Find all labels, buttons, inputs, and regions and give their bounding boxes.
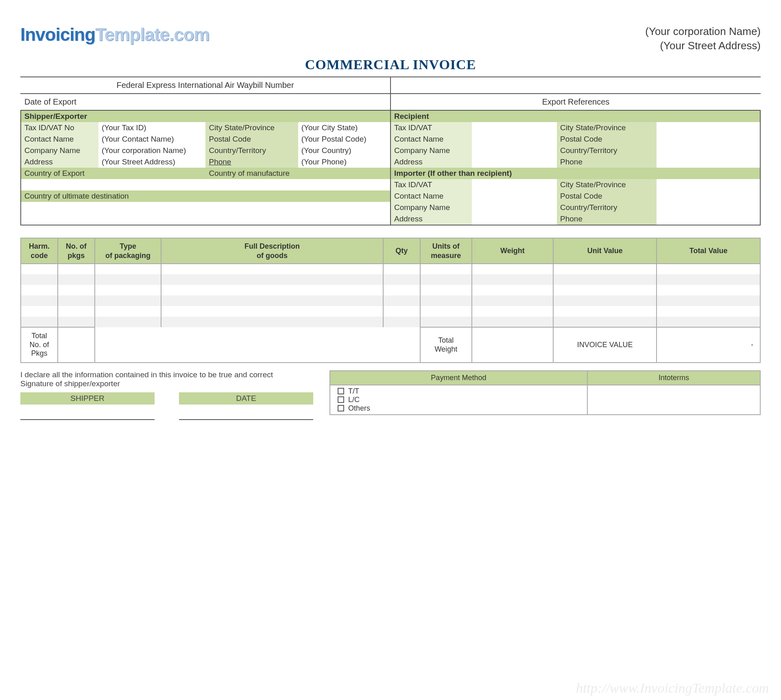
shipper-company-value[interactable]: (Your corporation Name) [98,145,206,156]
th-qty: Qty [383,238,420,264]
country-manufacture-value[interactable] [205,179,390,190]
meta-table: Federal Express International Air Waybil… [20,77,761,111]
country-export-value[interactable] [21,179,205,190]
table-row[interactable] [21,306,760,317]
logo-part2: Template.com [95,24,209,44]
export-ref-label: Export References [390,94,761,110]
foot-total-pkgs-value[interactable] [58,327,95,363]
signature-text: Signature of shipper/exporter [20,379,313,388]
shipper-address-value[interactable]: (Your Street Address) [98,156,206,168]
incoterms-header: Intoterms [587,371,760,385]
recipient-company-value[interactable] [472,145,557,156]
importer-company-value[interactable] [472,202,557,213]
pay-opt-others[interactable]: Others [338,404,580,413]
shipper-company-label: Company Name [21,145,98,156]
checkbox-icon[interactable] [338,405,344,411]
recipient-country-value[interactable] [657,145,760,156]
foot-invoice-value-label: INVOICE VALUE [553,327,657,363]
recipient-heading: Recipient [390,110,760,122]
recipient-city-value[interactable] [657,122,760,133]
recipient-phone-value[interactable] [657,156,760,168]
shipper-contact-label: Contact Name [21,133,98,145]
recipient-address-value[interactable] [472,156,557,168]
th-total-value: Total Value [657,238,760,264]
shipper-city-value[interactable]: (Your City State) [298,122,390,133]
declaration-block: I declare all the information contained … [20,370,313,420]
importer-heading: Importer (If other than recipient) [390,168,760,179]
declaration-text: I declare all the information contained … [20,370,313,379]
foot-total-weight-value[interactable] [472,327,553,363]
date-sig-line[interactable] [179,405,313,420]
recipient-company-label: Company Name [390,145,472,156]
table-row[interactable] [21,274,760,285]
importer-address-label: Address [390,213,472,225]
foot-total-weight-label: TotalWeight [420,327,472,363]
recipient-tax-value[interactable] [472,122,557,133]
importer-company-label: Company Name [390,202,472,213]
importer-tax-label: Tax ID/VAT [390,179,472,190]
shipper-contact-value[interactable]: (Your Contact Name) [98,133,206,145]
importer-tax-value[interactable] [472,179,557,190]
pay-opt-tt[interactable]: T/T [338,387,580,396]
importer-phone-value[interactable] [657,213,760,225]
date-sig-label: DATE [179,392,313,405]
importer-postal-value[interactable] [657,190,760,202]
importer-address-value[interactable] [472,213,557,225]
shipper-address-label: Address [21,156,98,168]
logo: InvoicingTemplate.com [20,24,209,45]
table-row[interactable] [21,295,760,306]
shipper-sig-line[interactable] [20,405,155,420]
recipient-phone-label: Phone [557,156,657,168]
pay-opt-lc[interactable]: L/C [338,396,580,404]
incoterms-value[interactable] [587,385,760,415]
corporation-block: (Your corporation Name) (Your Street Add… [645,24,761,53]
recipient-tax-label: Tax ID/VAT [390,122,472,133]
th-uom: Units ofmeasure [420,238,472,264]
page-title: COMMERCIAL INVOICE [20,57,761,72]
shipper-tax-value[interactable]: (Your Tax ID) [98,122,206,133]
country-ultimate-value[interactable] [21,202,390,225]
recipient-postal-value[interactable] [657,133,760,145]
payment-table: Payment Method Intoterms T/T L/C Others [329,370,761,415]
importer-country-value[interactable] [657,202,760,213]
importer-city-value[interactable] [657,179,760,190]
shipper-phone-label: Phone [205,156,298,168]
recipient-contact-label: Contact Name [390,133,472,145]
shipper-sig-label: SHIPPER [20,392,155,405]
country-manufacture-label: Country of manufacture [205,168,390,179]
importer-contact-value[interactable] [472,190,557,202]
shipper-postal-value[interactable]: (Your Postal Code) [298,133,390,145]
recipient-city-label: City State/Province [557,122,657,133]
recipient-postal-label: Postal Code [557,133,657,145]
table-row[interactable] [21,285,760,295]
checkbox-icon[interactable] [338,396,344,403]
shipper-country-label: Country/Territory [205,145,298,156]
foot-total-pkgs-label: TotalNo. ofPkgs [21,327,58,363]
foot-invoice-value: - [657,327,760,363]
importer-postal-label: Postal Code [557,190,657,202]
corporation-name: (Your corporation Name) [645,24,761,39]
shipper-phone-value[interactable]: (Your Phone) [298,156,390,168]
party-table: Shipper/Exporter Recipient Tax ID/VAT No… [20,110,761,225]
table-row[interactable] [21,317,760,327]
waybill-value[interactable] [390,77,761,94]
th-type: Typeof packaging [95,238,161,264]
shipper-heading: Shipper/Exporter [21,110,390,122]
checkbox-icon[interactable] [338,388,344,394]
th-harm: Harm.code [21,238,58,264]
importer-contact-label: Contact Name [390,190,472,202]
th-weight: Weight [472,238,553,264]
importer-city-label: City State/Province [557,179,657,190]
recipient-contact-value[interactable] [472,133,557,145]
table-row[interactable] [21,264,760,274]
importer-phone-label: Phone [557,213,657,225]
items-table: Harm.code No. ofpkgs Typeof packaging Fu… [20,238,761,363]
recipient-country-label: Country/Territory [557,145,657,156]
shipper-city-label: City State/Province [205,122,298,133]
country-ultimate-label: Country of ultimate destination [21,190,390,202]
payment-method-header: Payment Method [330,371,587,385]
waybill-label: Federal Express International Air Waybil… [20,77,390,94]
th-desc: Full Descriptionof goods [161,238,383,264]
shipper-country-value[interactable]: (Your Country) [298,145,390,156]
logo-part1: Invoicing [20,24,95,44]
